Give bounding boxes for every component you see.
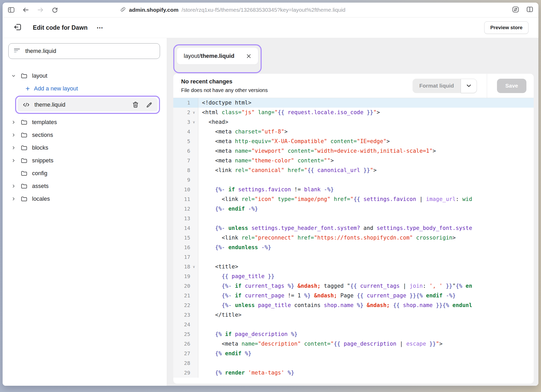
forward-icon[interactable] (37, 7, 44, 13)
code-line-23[interactable]: 23 </title> (173, 310, 534, 320)
code-text[interactable]: <head> (198, 117, 534, 127)
code-line-18[interactable]: 18∨ <title> (173, 262, 534, 272)
code-line-5[interactable]: 5 <meta http-equiv="X-UA-Compatible" con… (173, 137, 534, 146)
fold-toggle-icon[interactable]: ∨ (191, 117, 196, 127)
code-text[interactable]: <link rel="preconnect" href="https://fon… (198, 233, 534, 243)
code-text[interactable]: </title> (198, 310, 534, 320)
line-number[interactable]: 23 (173, 310, 198, 320)
code-text[interactable] (198, 175, 534, 185)
line-number[interactable]: 21 (173, 291, 198, 301)
line-number[interactable]: 1 (173, 98, 198, 108)
code-text[interactable]: <link rel="icon" type="image/png" href="… (198, 194, 534, 204)
line-number[interactable]: 14 (173, 223, 198, 233)
code-text[interactable]: <meta name="viewport" content="width=dev… (198, 146, 534, 156)
code-text[interactable]: {{ page_title }} (198, 272, 534, 281)
code-line-12[interactable]: 12 {%- endif -%} (173, 204, 534, 214)
split-view-icon[interactable] (526, 6, 533, 14)
chevron-right-icon[interactable] (10, 146, 17, 150)
code-text[interactable]: {% endif %} (198, 349, 534, 358)
add-new-layout-link[interactable]: + Add a new layout (26, 82, 160, 95)
line-number[interactable]: 17 (173, 252, 198, 262)
code-line-14[interactable]: 14 {%- unless settings.type_header_font.… (173, 223, 534, 233)
code-line-21[interactable]: 21 {%- if current_page != 1 %} &ndash; P… (173, 291, 534, 301)
code-text[interactable] (198, 320, 534, 329)
sidebar-item-theme-liquid[interactable]: theme.liquid (17, 98, 158, 112)
code-text[interactable]: <title> (198, 262, 534, 272)
code-text[interactable]: {%- unless settings.type_header_font.sys… (198, 223, 534, 233)
code-text[interactable]: <meta http-equiv="X-UA-Compatible" conte… (198, 137, 534, 146)
tab-layout-theme-liquid[interactable]: layout/theme.liquid (177, 48, 258, 64)
code-line-29[interactable]: 29 {% render 'meta-tags' %} (173, 368, 534, 378)
sidebar-folder-item[interactable]: templates (10, 116, 160, 128)
preview-store-button[interactable]: Preview store (484, 21, 528, 34)
code-line-11[interactable]: 11 <link rel="icon" type="image/png" hre… (173, 194, 534, 204)
line-number[interactable]: 24 (173, 320, 198, 329)
code-text[interactable]: <html class="js" lang="{{ request.locale… (198, 108, 534, 117)
code-text[interactable]: {%- if settings.favicon != blank -%} (198, 185, 534, 194)
code-text[interactable]: <meta charset="utf-8"> (198, 127, 534, 137)
chevron-right-icon[interactable] (10, 197, 17, 201)
close-tab-icon[interactable] (246, 54, 251, 59)
line-number[interactable]: 8 (173, 166, 198, 175)
code-line-26[interactable]: 26 <meta name="description" content="{{ … (173, 339, 534, 349)
code-line-27[interactable]: 27 {% endif %} (173, 349, 534, 358)
code-line-9[interactable]: 9 (173, 175, 534, 185)
line-number[interactable]: 22 (173, 301, 198, 310)
code-text[interactable] (198, 252, 534, 262)
line-number[interactable]: 27 (173, 349, 198, 358)
code-line-25[interactable]: 25 {% if page_description %} (173, 329, 534, 339)
line-number[interactable]: 4 (173, 127, 198, 137)
code-line-13[interactable]: 13 (173, 214, 534, 223)
line-number[interactable]: 19 (173, 272, 198, 281)
code-line-6[interactable]: 6 <meta name="viewport" content="width=d… (173, 146, 534, 156)
code-line-2[interactable]: 2∨<html class="js" lang="{{ request.loca… (173, 108, 534, 117)
code-line-22[interactable]: 22 {%- unless page_title contains shop.n… (173, 301, 534, 310)
fold-toggle-icon[interactable]: ∨ (191, 108, 196, 117)
file-search-box[interactable] (8, 43, 160, 59)
chevron-right-icon[interactable] (10, 133, 17, 137)
code-text[interactable]: {%- unless page_title contains shop.name… (198, 301, 534, 310)
code-area[interactable]: 1<!doctype html>2∨<html class="js" lang=… (173, 98, 534, 384)
sidebar-folder-item[interactable]: assets (10, 180, 160, 192)
sidebar-toggle-icon[interactable] (8, 7, 15, 13)
overflow-menu-button[interactable]: ••• (97, 26, 103, 30)
code-line-4[interactable]: 4 <meta charset="utf-8"> (173, 127, 534, 137)
page-settings-icon[interactable] (512, 6, 519, 14)
chevron-right-icon[interactable] (10, 184, 17, 188)
code-text[interactable]: {%- endif -%} (198, 204, 534, 214)
line-number[interactable]: 15 (173, 233, 198, 243)
save-button[interactable]: Save (497, 79, 526, 93)
code-text[interactable]: <link rel="canonical" href="{{ canonical… (198, 166, 534, 175)
sidebar-folder-item[interactable]: sections (10, 128, 160, 141)
code-line-24[interactable]: 24 (173, 320, 534, 329)
code-line-15[interactable]: 15 <link rel="preconnect" href="https://… (173, 233, 534, 243)
line-number[interactable]: 11 (173, 194, 198, 204)
line-number[interactable]: 5 (173, 137, 198, 146)
line-number[interactable]: 7 (173, 156, 198, 166)
line-number[interactable]: 28 (173, 358, 198, 368)
sidebar-item-layout[interactable]: layout (10, 69, 160, 82)
code-text[interactable]: <meta name="description" content="{{ pag… (198, 339, 534, 349)
line-number[interactable]: 25 (173, 329, 198, 339)
fold-toggle-icon[interactable]: ∨ (191, 262, 196, 272)
code-text[interactable]: <meta name="theme-color" content=""> (198, 156, 534, 166)
code-line-20[interactable]: 20 {%- if current_tags %} &ndash; tagged… (173, 281, 534, 291)
address-bar[interactable]: admin.shopify.com/store/rzq1xu-f5/themes… (120, 7, 345, 14)
sidebar-folder-item[interactable]: blocks (10, 141, 160, 154)
line-number[interactable]: 6 (173, 146, 198, 156)
code-line-17[interactable]: 17 (173, 252, 534, 262)
sidebar-folder-item[interactable]: locales (10, 192, 160, 205)
line-number[interactable]: 9 (173, 175, 198, 185)
line-number[interactable]: 20 (173, 281, 198, 291)
code-text[interactable]: <!doctype html> (198, 98, 534, 108)
code-line-7[interactable]: 7 <meta name="theme-color" content=""> (173, 156, 534, 166)
chevron-right-icon[interactable] (10, 120, 17, 124)
code-line-3[interactable]: 3∨ <head> (173, 117, 534, 127)
line-number[interactable]: 18∨ (173, 262, 198, 272)
line-number[interactable]: 16 (173, 243, 198, 252)
code-line-10[interactable]: 10 {%- if settings.favicon != blank -%} (173, 185, 534, 194)
code-text[interactable] (198, 214, 534, 223)
code-text[interactable]: {% if page_description %} (198, 329, 534, 339)
code-line-8[interactable]: 8 <link rel="canonical" href="{{ canonic… (173, 166, 534, 175)
sidebar-folder-item[interactable]: config (10, 167, 160, 180)
